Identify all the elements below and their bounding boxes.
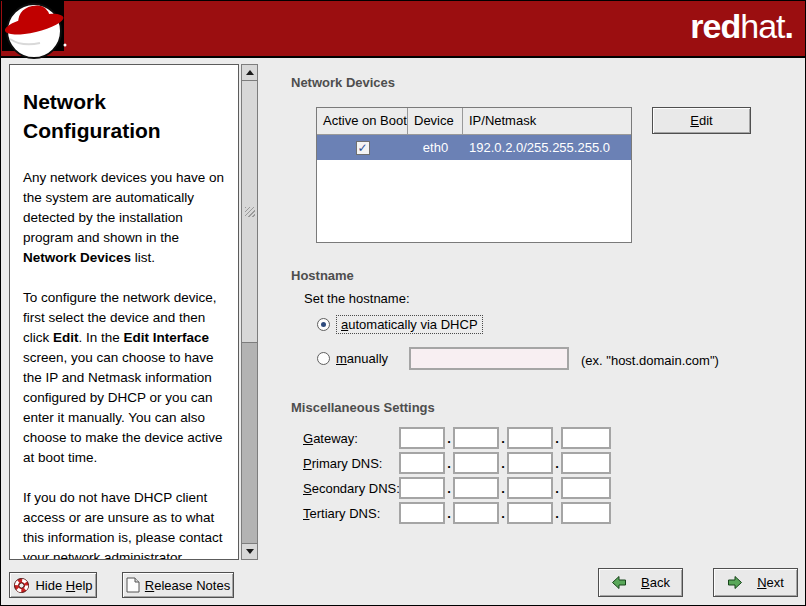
tertiary-dns-octet-4[interactable] (561, 502, 611, 524)
back-button[interactable]: Back (598, 568, 683, 597)
manual-mnemonic: m (336, 351, 347, 366)
brand-bold: red (690, 7, 740, 45)
radio-manual[interactable] (317, 352, 330, 365)
next-label: Next (757, 575, 784, 590)
header-banner: redhat. (1, 1, 805, 58)
octet-separator: . (553, 431, 561, 446)
primary-dns-octet-4[interactable] (561, 452, 611, 474)
next-button[interactable]: Next (713, 568, 798, 597)
hostname-section-label: Hostname (291, 268, 354, 283)
secondary-dns-octet-1[interactable] (399, 477, 445, 499)
octet-separator: . (499, 506, 507, 521)
column-header-ip-netmask[interactable]: IP/Netmask (463, 108, 631, 135)
hostname-auto-option[interactable]: automatically via DHCP (317, 315, 483, 334)
help-scrollbar[interactable] (241, 64, 258, 560)
primary-dns-octet-1[interactable] (399, 452, 445, 474)
active-on-boot-cell: ✓ (317, 141, 408, 155)
tertiary-dns-octet-1[interactable] (399, 502, 445, 524)
thumb-grip-icon (245, 207, 255, 217)
brand-dot: . (785, 7, 793, 45)
hostname-hint: (ex. "host.domain.com") (581, 353, 719, 368)
secondary-dns-octet-2[interactable] (453, 477, 499, 499)
table-row[interactable]: ✓ eth0 192.0.2.0/255.255.255.0 (317, 135, 631, 160)
octet-separator: . (499, 456, 507, 471)
brand-regular: hat (740, 7, 784, 45)
column-header-active-on-boot[interactable]: Active on Boot (317, 108, 408, 135)
arrow-up-icon (246, 70, 254, 75)
misc-settings-section-label: Miscellaneous Settings (291, 400, 435, 415)
help-p2-bold-edit: Edit (53, 330, 79, 345)
active-on-boot-checkbox[interactable]: ✓ (356, 141, 370, 155)
network-devices-table: Active on Boot Device IP/Netmask ✓ eth0 … (316, 107, 632, 243)
back-rest: ack (650, 575, 670, 590)
primary-dns-mnemonic: P (303, 456, 312, 471)
release-notes-rest: elease Notes (154, 578, 230, 593)
redhat-shadowman-logo (2, 1, 68, 62)
primary-dns-octet-2[interactable] (453, 452, 499, 474)
help-paragraph-2: To configure the network device, first s… (23, 288, 225, 468)
tertiary-dns-octet-3[interactable] (507, 502, 553, 524)
gateway-octet-1[interactable] (399, 427, 445, 449)
release-notes-button[interactable]: Release Notes (122, 572, 234, 598)
auto-rest: utomatically via DHCP (348, 317, 477, 332)
tertiary-dns-octet-2[interactable] (453, 502, 499, 524)
auto-dhcp-label[interactable]: automatically via DHCP (336, 315, 483, 334)
help-paragraph-1: Any network devices you have on the syst… (23, 168, 225, 268)
tertiary-dns-rest: ertiary DNS: (310, 506, 381, 521)
hostname-input[interactable] (409, 347, 569, 370)
column-header-device[interactable]: Device (408, 108, 463, 135)
manual-label[interactable]: manually (336, 351, 388, 366)
back-mnemonic: B (641, 575, 650, 590)
edit-button-label: Edit (690, 113, 712, 128)
scroll-thumb[interactable] (242, 81, 257, 343)
secondary-dns-label: Secondary DNS: (303, 481, 399, 496)
help-p2-post: screen, you can choose to have the IP an… (23, 350, 223, 465)
hostname-manual-option[interactable]: manually (317, 351, 388, 366)
back-label: Back (641, 575, 670, 590)
scroll-down-button[interactable] (242, 543, 257, 559)
ip-netmask-cell: 192.0.2.0/255.255.255.0 (463, 140, 631, 155)
octet-separator: . (445, 431, 453, 446)
edit-button[interactable]: Edit (652, 107, 751, 134)
help-p2-bold-edit-interface: Edit Interface (124, 330, 210, 345)
gateway-octet-3[interactable] (507, 427, 553, 449)
secondary-dns-octet-3[interactable] (507, 477, 553, 499)
help-content: Network Configuration Any network device… (10, 65, 238, 560)
tertiary-dns-row: Tertiary DNS: . . . (303, 502, 611, 524)
primary-dns-rest: rimary DNS: (312, 456, 383, 471)
hide-help-rest: elp (75, 578, 92, 593)
hide-help-mnemonic: H (66, 578, 75, 593)
help-p1-text: Any network devices you have on the syst… (23, 170, 224, 245)
octet-separator: . (553, 506, 561, 521)
next-arrow-icon (727, 575, 743, 590)
help-p1-bold: Network Devices (23, 250, 131, 265)
help-p2-mid: . In the (79, 330, 124, 345)
manual-rest: anually (347, 351, 388, 366)
table-header-row: Active on Boot Device IP/Netmask (317, 108, 631, 135)
hide-help-label: Hide Help (35, 578, 92, 593)
octet-separator: . (445, 506, 453, 521)
gateway-mnemonic: G (303, 431, 313, 446)
device-cell: eth0 (408, 140, 463, 155)
set-hostname-prompt: Set the hostname: (304, 291, 410, 306)
octet-separator: . (499, 431, 507, 446)
gateway-octet-4[interactable] (561, 427, 611, 449)
secondary-dns-row: Secondary DNS: . . . (303, 477, 611, 499)
radio-auto-dhcp[interactable] (317, 318, 330, 331)
octet-separator: . (445, 481, 453, 496)
gateway-octet-2[interactable] (453, 427, 499, 449)
gateway-rest: ateway: (313, 431, 358, 446)
primary-dns-octet-3[interactable] (507, 452, 553, 474)
help-p1-post: list. (131, 250, 155, 265)
hide-help-pre: Hide (35, 578, 65, 593)
next-rest: ext (767, 575, 784, 590)
octet-separator: . (499, 481, 507, 496)
primary-dns-row: Primary DNS: . . . (303, 452, 611, 474)
check-icon: ✓ (357, 142, 367, 154)
secondary-dns-octet-4[interactable] (561, 477, 611, 499)
edit-mnemonic: E (690, 113, 699, 128)
hide-help-button[interactable]: Hide Help (9, 572, 97, 598)
primary-dns-label: Primary DNS: (303, 456, 399, 471)
scroll-up-button[interactable] (242, 65, 257, 81)
lifebuoy-icon (13, 577, 30, 594)
